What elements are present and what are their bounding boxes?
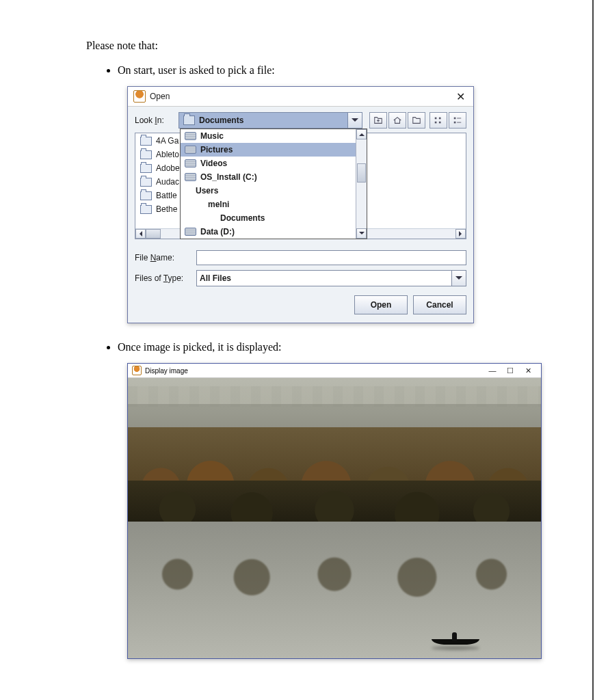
- close-icon[interactable]: ✕: [453, 90, 468, 103]
- dropdown-arrow-icon[interactable]: [347, 113, 362, 128]
- scroll-right-icon[interactable]: [455, 229, 466, 239]
- svg-rect-3: [439, 122, 441, 124]
- bullet-2-text: Once image is picked, it is displayed:: [118, 341, 282, 353]
- dropdown-item[interactable]: Users: [181, 184, 367, 198]
- file-name-input[interactable]: [196, 250, 466, 265]
- disk-icon: [185, 146, 196, 154]
- open-dialog-title: Open: [150, 92, 453, 101]
- look-in-combo[interactable]: Documents: [179, 112, 362, 129]
- list-item[interactable]: Battle: [137, 189, 181, 202]
- file-type-combo[interactable]: All Files: [196, 270, 466, 286]
- folder-icon: [183, 116, 195, 125]
- folder-icon: [140, 205, 152, 214]
- list-item[interactable]: Bethe: [137, 202, 181, 216]
- dropdown-item[interactable]: Documents: [181, 211, 367, 225]
- bullet-1-text: On start, user is asked to pick a file:: [118, 64, 275, 76]
- hscroll-thumb[interactable]: [146, 229, 161, 239]
- file-name-label: File Name:: [135, 253, 196, 262]
- file-list-pane[interactable]: 4A Ga Ableto Adobe Audac Battle Bethe: [135, 133, 466, 239]
- bullet-1: On start, user is asked to pick a file: …: [118, 64, 567, 323]
- look-in-label: Look In:: [135, 116, 174, 125]
- dropdown-scrollbar[interactable]: [356, 129, 367, 239]
- display-window-title: Display image: [145, 367, 484, 375]
- dropdown-item[interactable]: melni: [181, 198, 367, 211]
- close-icon[interactable]: ✕: [519, 365, 537, 376]
- look-in-row: Look In: Documents: [135, 112, 466, 129]
- folder-icon: [140, 191, 152, 200]
- dropdown-item-selected[interactable]: Pictures: [181, 143, 367, 157]
- display-window-titlebar: Display image — ☐ ✕: [128, 364, 541, 378]
- svg-rect-1: [435, 122, 437, 124]
- list-item[interactable]: Audac: [137, 175, 181, 189]
- scroll-left-icon[interactable]: [135, 229, 146, 239]
- dropdown-item[interactable]: Music: [181, 129, 367, 143]
- dropdown-item[interactable]: Videos: [181, 157, 367, 170]
- new-folder-button[interactable]: [408, 112, 425, 129]
- intro-text: Please note that:: [86, 40, 567, 52]
- scroll-up-icon[interactable]: [356, 129, 367, 139]
- disk-icon: [185, 228, 196, 236]
- svg-rect-5: [457, 118, 461, 119]
- file-type-label: Files of Type:: [135, 273, 196, 283]
- open-dialog-titlebar: Open ✕: [128, 87, 473, 107]
- svg-rect-4: [454, 118, 456, 120]
- svg-rect-0: [435, 118, 437, 120]
- scroll-thumb[interactable]: [357, 163, 366, 183]
- dropdown-arrow-icon[interactable]: [451, 271, 466, 286]
- maximize-icon[interactable]: ☐: [501, 365, 519, 376]
- list-item[interactable]: Adobe: [137, 161, 181, 175]
- disk-icon: [185, 159, 196, 167]
- svg-rect-7: [457, 122, 461, 123]
- folder-icon: [140, 164, 152, 173]
- file-type-value: All Files: [197, 273, 451, 283]
- svg-rect-2: [439, 118, 441, 120]
- file-list-right-column: [445, 134, 457, 136]
- java-icon: [132, 366, 142, 375]
- look-in-dropdown[interactable]: Music Pictures Videos OS_Install (C:) Us…: [180, 129, 367, 239]
- folder-icon: [140, 150, 152, 159]
- list-item[interactable]: Ableto: [137, 148, 181, 161]
- list-item[interactable]: 4A Ga: [137, 134, 181, 148]
- folder-icon: [140, 178, 152, 187]
- details-view-button[interactable]: [449, 112, 466, 129]
- cancel-button[interactable]: Cancel: [413, 295, 466, 314]
- dropdown-item[interactable]: OS_Install (C:): [181, 170, 367, 184]
- java-icon: [133, 90, 146, 103]
- disk-icon: [185, 173, 196, 181]
- up-folder-button[interactable]: [369, 112, 387, 129]
- look-in-value: Documents: [199, 116, 347, 125]
- display-image-window: Display image — ☐ ✕: [127, 363, 542, 659]
- page-right-edge: [592, 0, 594, 700]
- displayed-image: [128, 378, 541, 658]
- disk-icon: [185, 132, 196, 140]
- minimize-icon[interactable]: —: [484, 365, 501, 376]
- home-button[interactable]: [388, 112, 406, 129]
- folder-icon: [140, 137, 152, 146]
- bullet-2: Once image is picked, it is displayed: D…: [118, 341, 567, 659]
- svg-rect-6: [454, 122, 456, 124]
- dropdown-item[interactable]: Data (D:): [181, 225, 367, 239]
- boat-icon: [432, 632, 479, 645]
- open-dialog: Open ✕ Look In: Documents: [127, 86, 474, 323]
- scroll-down-icon[interactable]: [356, 228, 367, 239]
- file-list-left-column: 4A Ga Ableto Adobe Audac Battle Bethe: [137, 134, 181, 216]
- open-button[interactable]: Open: [354, 295, 408, 314]
- list-view-button[interactable]: [429, 112, 447, 129]
